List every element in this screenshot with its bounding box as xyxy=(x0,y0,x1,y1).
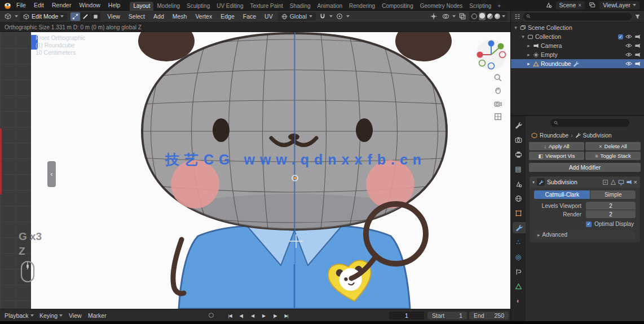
apply-all-button[interactable]: ↓ Apply All xyxy=(529,142,584,150)
outliner-editor-icon[interactable] xyxy=(514,14,521,20)
hide-eye-icon[interactable] xyxy=(625,43,632,48)
frame-start-field[interactable]: Start 1 xyxy=(427,312,467,319)
play-reverse-button[interactable]: ◀ xyxy=(248,313,257,318)
blender-logo-icon[interactable] xyxy=(2,1,12,10)
overlays-caret-icon[interactable] xyxy=(452,15,456,17)
tab-render-icon[interactable] xyxy=(511,134,526,145)
add-workspace-button[interactable]: + xyxy=(495,2,504,11)
collapsed-caret-icon[interactable]: ▸ xyxy=(526,61,531,66)
playback-menu[interactable]: Playback xyxy=(5,309,34,322)
expand-caret-icon[interactable]: ▾ xyxy=(532,180,535,185)
realtime-display-icon[interactable] xyxy=(618,179,624,185)
mode-selector[interactable]: Edit Mode xyxy=(20,12,67,21)
menu-window[interactable]: Window xyxy=(75,0,104,11)
viewport-vis-button[interactable]: ◧ Viewport Vis xyxy=(529,152,584,160)
breadcrumb-modifier[interactable]: Subdivision xyxy=(583,132,612,139)
edge-select-icon[interactable] xyxy=(81,12,90,21)
outliner-row-camera[interactable]: ▸ Camera xyxy=(511,41,644,50)
tab-physics-icon[interactable]: ◎ xyxy=(511,251,526,263)
prev-keyframe-button[interactable]: ◀| xyxy=(237,313,245,318)
expand-caret-icon[interactable]: ▾ xyxy=(513,25,518,30)
outliner-row-empty[interactable]: ▸ Empty xyxy=(511,50,644,59)
workspace-tab-animation[interactable]: Animation xyxy=(314,2,346,11)
catmull-clark-button[interactable]: Catmull-Clark xyxy=(534,190,590,199)
tab-constraints-icon[interactable] xyxy=(511,266,526,277)
menu-render[interactable]: Render xyxy=(48,0,75,11)
vertex-select-icon[interactable] xyxy=(70,12,80,21)
workspace-tab-rendering[interactable]: Rendering xyxy=(346,2,378,11)
reference-image-area[interactable]: Front Orthographic (1) Roundcube 10 Cent… xyxy=(31,32,510,309)
auto-keying-toggle-icon[interactable] xyxy=(209,313,214,318)
toggle-stack-button[interactable]: ≡ Toggle Stack xyxy=(585,152,641,160)
face-select-icon[interactable] xyxy=(91,12,100,21)
menu-edit[interactable]: Edit xyxy=(30,0,48,11)
menu-view[interactable]: View xyxy=(104,11,123,23)
menu-mesh[interactable]: Mesh xyxy=(169,11,191,23)
tab-particles-icon[interactable]: ∴ xyxy=(511,237,526,248)
levels-viewport-field[interactable]: 2 xyxy=(586,202,636,210)
hide-eye-icon[interactable] xyxy=(625,52,632,57)
marker-menu[interactable]: Marker xyxy=(88,309,107,322)
xray-toggle-icon[interactable] xyxy=(457,12,467,21)
properties-search-input[interactable] xyxy=(550,119,629,127)
current-frame-field[interactable]: 1 xyxy=(389,312,424,319)
menu-face[interactable]: Face xyxy=(240,11,259,23)
render-camera-icon[interactable] xyxy=(634,34,641,39)
jump-to-end-button[interactable]: ▶| xyxy=(282,313,290,318)
next-keyframe-button[interactable]: |▶ xyxy=(271,313,279,318)
menu-file[interactable]: File xyxy=(12,0,30,11)
workspace-tab-texture-paint[interactable]: Texture Paint xyxy=(246,2,286,11)
add-modifier-button[interactable]: Add Modifier xyxy=(529,163,641,172)
breadcrumb-object[interactable]: Roundcube xyxy=(540,132,568,139)
shading-wireframe-icon[interactable] xyxy=(471,14,477,19)
render-levels-field[interactable]: 2 xyxy=(586,210,636,218)
workspace-tab-uv-editing[interactable]: UV Editing xyxy=(213,2,246,11)
shading-rendered-icon[interactable] xyxy=(495,14,500,19)
menu-edge[interactable]: Edge xyxy=(217,11,238,23)
hide-eye-icon[interactable] xyxy=(625,34,632,39)
proportional-caret-icon[interactable] xyxy=(346,15,350,17)
toolbar-collapse-tab[interactable]: ‹ xyxy=(47,161,56,187)
shading-material-icon[interactable] xyxy=(487,14,493,19)
modifier-header[interactable]: ▾ Subdivision × xyxy=(530,176,640,188)
menu-vertex[interactable]: Vertex xyxy=(192,11,215,23)
delete-all-button[interactable]: × Delete All xyxy=(585,142,641,150)
camera-view-icon[interactable] xyxy=(493,99,502,108)
render-enable-icon[interactable] xyxy=(626,180,632,185)
optimal-display-checkbox[interactable]: ✓ xyxy=(586,221,592,227)
transform-orientation-selector[interactable]: Global xyxy=(278,12,316,21)
cage-display-icon[interactable] xyxy=(610,179,616,185)
collapsed-caret-icon[interactable]: ▸ xyxy=(526,52,531,57)
workspace-tab-shading[interactable]: Shading xyxy=(286,2,314,11)
tab-tool-icon[interactable] xyxy=(511,119,526,131)
navigation-gizmo[interactable] xyxy=(475,38,508,71)
edit-mode-display-icon[interactable] xyxy=(602,179,608,185)
pan-hand-icon[interactable] xyxy=(493,86,502,95)
tab-modifiers-icon[interactable] xyxy=(513,222,526,233)
menu-uv[interactable]: UV xyxy=(261,11,276,23)
scene-selector[interactable]: Scene × xyxy=(556,1,585,10)
proportional-edit-icon[interactable] xyxy=(334,12,345,21)
outliner-search-input[interactable] xyxy=(523,13,632,20)
close-modifier-icon[interactable]: × xyxy=(634,179,637,185)
render-camera-icon[interactable] xyxy=(634,52,641,57)
filter-icon[interactable] xyxy=(634,14,641,20)
hide-eye-icon[interactable] xyxy=(625,61,632,66)
tab-scene-icon[interactable] xyxy=(511,178,526,189)
tab-world-icon[interactable] xyxy=(511,193,526,204)
render-camera-icon[interactable] xyxy=(634,43,641,48)
outliner-row-roundcube[interactable]: ▸ Roundcube xyxy=(511,59,644,68)
snap-caret-icon[interactable] xyxy=(329,15,333,17)
ortho-toggle-icon[interactable] xyxy=(493,112,502,121)
tab-material-icon[interactable]: ◐ xyxy=(511,295,526,307)
frame-end-field[interactable]: End 250 xyxy=(469,312,509,319)
outliner-row-scene-collection[interactable]: ▾ Scene Collection xyxy=(511,23,644,32)
viewport-3d[interactable]: Front Orthographic (1) Roundcube 10 Cent… xyxy=(0,32,510,309)
tab-view-layer-icon[interactable]: ▤ xyxy=(511,163,526,175)
editor-type-icon[interactable] xyxy=(3,12,13,21)
menu-add[interactable]: Add xyxy=(150,11,167,23)
scene-browse-icon[interactable] xyxy=(544,1,554,10)
keying-menu[interactable]: Keying xyxy=(39,309,63,322)
exclude-checkbox[interactable]: ✓ xyxy=(618,34,623,39)
view-layer-selector[interactable]: ViewLayer xyxy=(599,1,639,10)
